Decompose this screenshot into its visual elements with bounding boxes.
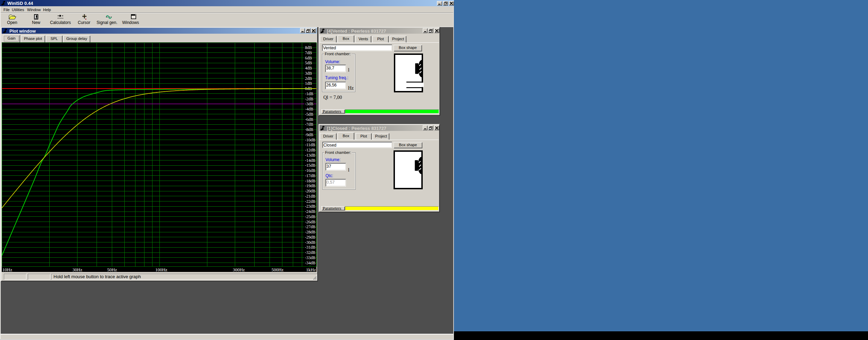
svg-text:5dB: 5dB xyxy=(305,60,312,65)
svg-text:-12dB: -12dB xyxy=(305,148,315,152)
svg-text:-7dB: -7dB xyxy=(305,122,313,127)
svg-text:-23dB: -23dB xyxy=(305,204,315,209)
svg-text:-3dB: -3dB xyxy=(305,101,313,106)
svg-text:-14dB: -14dB xyxy=(305,158,315,163)
svg-text:-24dB: -24dB xyxy=(305,209,315,214)
svg-text:-28dB: -28dB xyxy=(305,230,315,234)
svg-text:-10dB: -10dB xyxy=(305,138,315,142)
svg-text:-8dB: -8dB xyxy=(305,127,313,132)
svg-text:-2dB: -2dB xyxy=(305,97,313,101)
svg-text:500Hz: 500Hz xyxy=(272,267,284,272)
svg-text:8dB: 8dB xyxy=(305,45,312,50)
svg-text:-22dB: -22dB xyxy=(305,199,315,204)
svg-text:-30dB: -30dB xyxy=(305,240,315,245)
svg-text:-21dB: -21dB xyxy=(305,194,315,199)
svg-text:100Hz: 100Hz xyxy=(155,267,167,272)
svg-text:-29dB: -29dB xyxy=(305,235,315,240)
svg-text:2dB: 2dB xyxy=(305,76,312,81)
svg-text:-18dB: -18dB xyxy=(305,179,315,183)
svg-text:-19dB: -19dB xyxy=(305,183,315,188)
svg-text:50Hz: 50Hz xyxy=(107,267,117,272)
svg-text:1dB: 1dB xyxy=(305,81,312,86)
svg-text:3dB: 3dB xyxy=(305,71,312,76)
svg-text:-6dB: -6dB xyxy=(305,117,313,122)
svg-text:6dB: 6dB xyxy=(305,56,312,60)
svg-text:-11dB: -11dB xyxy=(305,142,315,147)
svg-text:-25dB: -25dB xyxy=(305,214,315,219)
svg-text:-17dB: -17dB xyxy=(305,173,315,178)
svg-text:-34dB: -34dB xyxy=(305,260,315,265)
svg-text:-15dB: -15dB xyxy=(305,163,315,168)
svg-text:4dB: 4dB xyxy=(305,66,312,71)
svg-text:-33dB: -33dB xyxy=(305,255,315,260)
svg-text:-16dB: -16dB xyxy=(305,168,315,173)
svg-text:7dB: 7dB xyxy=(305,50,312,55)
svg-text:-32dB: -32dB xyxy=(305,250,315,255)
svg-text:-27dB: -27dB xyxy=(305,224,315,229)
svg-text:1kHz: 1kHz xyxy=(306,267,316,272)
svg-text:-31dB: -31dB xyxy=(305,245,315,250)
svg-text:-13dB: -13dB xyxy=(305,153,315,158)
svg-text:-26dB: -26dB xyxy=(305,219,315,224)
svg-text:-9dB: -9dB xyxy=(305,132,313,137)
svg-text:-5dB: -5dB xyxy=(305,112,313,117)
svg-text:30Hz: 30Hz xyxy=(73,267,82,272)
svg-text:10Hz: 10Hz xyxy=(2,267,12,272)
svg-text:-20dB: -20dB xyxy=(305,189,315,193)
svg-text:-1dB: -1dB xyxy=(305,91,313,96)
svg-text:300Hz: 300Hz xyxy=(233,267,245,272)
svg-text:-4dB: -4dB xyxy=(305,107,313,111)
